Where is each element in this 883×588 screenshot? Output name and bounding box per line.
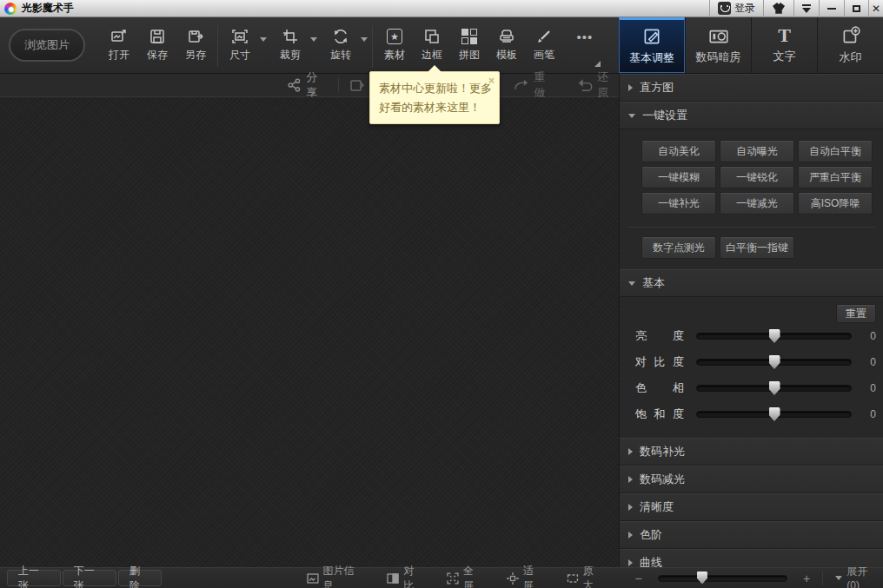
high-iso-denoise-button[interactable]: 高ISO降噪 (798, 192, 873, 215)
section-histogram[interactable]: 直方图 (620, 74, 883, 102)
hue-slider[interactable] (696, 385, 852, 392)
hue-value: 0 (862, 382, 876, 394)
toolbar-separator (217, 25, 218, 67)
hue-label: 色相 (635, 380, 684, 396)
compare-button[interactable]: 对比 (387, 564, 424, 588)
tab-basic-adjust[interactable]: 基本调整 (619, 17, 685, 73)
chevron-right-icon (628, 476, 633, 483)
fullscreen-button[interactable]: 全屏 (447, 564, 484, 588)
auto-white-balance-button[interactable]: 自动白平衡 (798, 140, 873, 162)
image-info-button[interactable]: 图片信息 (307, 564, 365, 588)
template-button[interactable]: 模板 (490, 25, 523, 63)
material-button[interactable]: ★ 素材 (378, 25, 411, 63)
resize-dropdown-arrow[interactable] (260, 37, 267, 42)
zoom-slider[interactable] (658, 575, 787, 582)
next-image-button[interactable]: 下一张 (63, 570, 116, 586)
tab-watermark[interactable]: 水印 (817, 17, 883, 73)
file-tool-group: 打开 保存 另存 尺寸 裁剪 旋转 (103, 25, 371, 67)
brush-button[interactable]: 画笔 (528, 25, 561, 63)
white-balance-one-touch-button[interactable]: 白平衡一指键 (720, 236, 794, 259)
menu-button[interactable] (793, 0, 819, 17)
section-one-key[interactable]: 一键设置 (620, 102, 883, 129)
crop-icon (281, 25, 300, 48)
slider-handle[interactable] (769, 355, 780, 369)
chevron-right-icon (628, 532, 633, 538)
tab-darkroom[interactable]: 数码暗房 (685, 17, 751, 73)
more-dots-icon: ••• (577, 25, 594, 48)
tooltip-close-icon[interactable]: × (488, 75, 495, 87)
rotate-dropdown-arrow[interactable] (361, 37, 368, 42)
rotate-button[interactable]: 旋转 (324, 25, 357, 63)
resize-button[interactable]: 尺寸 (223, 25, 256, 63)
one-key-reduce-light-button[interactable]: 一键减光 (720, 192, 794, 215)
restore-button[interactable]: 还原 (576, 69, 619, 101)
save-button[interactable]: 保存 (141, 25, 174, 63)
maximize-button[interactable] (844, 0, 868, 17)
login-button[interactable]: 登录 (709, 0, 763, 17)
brightness-slider-row: 亮度 0 (620, 323, 883, 349)
material-update-tooltip: × 素材中心更新啦！更多 好看的素材来这里！ (369, 71, 500, 124)
minimize-button[interactable] (819, 0, 844, 17)
fit-screen-button[interactable]: 适屏 (507, 564, 544, 588)
close-button[interactable]: ✕ (868, 0, 883, 17)
login-label: 登录 (734, 1, 755, 16)
crop-button[interactable]: 裁剪 (274, 25, 307, 63)
one-key-fill-light-button[interactable]: 一键补光 (641, 192, 716, 215)
frame-button[interactable]: 边框 (415, 25, 448, 63)
save-icon (148, 25, 167, 48)
open-button[interactable]: 打开 (103, 25, 136, 63)
browse-images-button[interactable]: 浏览图片 (9, 29, 85, 62)
chevron-right-icon (628, 448, 633, 455)
collage-button[interactable]: 拼图 (453, 25, 486, 63)
zoom-slider-handle[interactable] (697, 571, 707, 585)
more-tools-button[interactable]: ••• (568, 25, 602, 69)
open-icon (110, 25, 129, 48)
prev-image-button[interactable]: 上一张 (7, 570, 61, 586)
one-key-sharpen-button[interactable]: 一键锐化 (720, 166, 794, 188)
sub-toolbar: 分享 重做 还原 (0, 74, 619, 97)
redo-button[interactable]: 重做 (513, 69, 555, 101)
more-corner-icon (594, 61, 601, 67)
minimize-icon (827, 8, 836, 10)
section-clarity[interactable]: 清晰度 (620, 493, 883, 521)
skin-button[interactable] (763, 0, 793, 17)
brightness-slider[interactable] (696, 333, 852, 340)
bottombar-separator (822, 571, 823, 585)
section-levels[interactable]: 色阶 (620, 521, 883, 549)
save-as-button[interactable]: 另存 (179, 25, 212, 63)
delete-image-button[interactable]: 删除 (118, 570, 162, 586)
slider-handle[interactable] (769, 329, 780, 343)
auto-beautify-button[interactable]: 自动美化 (641, 140, 716, 162)
zoom-in-button[interactable]: + (803, 571, 810, 585)
digital-spot-metering-button[interactable]: 数字点测光 (641, 236, 716, 259)
expand-tray-button[interactable]: 展开 (0) (835, 565, 883, 588)
chevron-down-icon (628, 281, 635, 286)
brightness-value: 0 (862, 330, 876, 342)
severe-white-balance-button[interactable]: 严重白平衡 (798, 166, 873, 188)
metering-button-row: 数字点测光 白平衡一指键 (620, 228, 883, 269)
saturation-slider[interactable] (696, 411, 852, 418)
share-button[interactable]: 分享 (287, 69, 328, 101)
tab-text[interactable]: T 文字 (751, 17, 817, 73)
reset-button[interactable]: 重置 (836, 304, 876, 323)
chevron-down-icon (628, 114, 635, 118)
contrast-slider[interactable] (696, 359, 852, 366)
section-digital-reduce-light[interactable]: 数码减光 (620, 466, 883, 493)
zoom-out-button[interactable]: − (635, 571, 642, 585)
original-size-button[interactable]: 原大 (567, 564, 604, 588)
one-key-blur-button[interactable]: 一键模糊 (641, 166, 716, 188)
expand-arrow-icon (835, 576, 842, 580)
crop-dropdown-arrow[interactable] (310, 37, 317, 42)
contrast-slider-row: 对比度 0 (620, 349, 883, 375)
undo-button[interactable] (349, 77, 365, 93)
slider-handle[interactable] (769, 407, 780, 421)
shirt-icon (772, 2, 786, 16)
section-digital-fill-light[interactable]: 数码补光 (620, 438, 883, 466)
slider-handle[interactable] (769, 381, 780, 395)
text-T-icon: T (778, 26, 791, 45)
section-basic[interactable]: 基本 (620, 269, 883, 297)
collage-grid-icon (461, 25, 477, 48)
close-icon: ✕ (872, 3, 880, 14)
image-workspace (0, 97, 619, 567)
auto-exposure-button[interactable]: 自动曝光 (720, 140, 794, 162)
